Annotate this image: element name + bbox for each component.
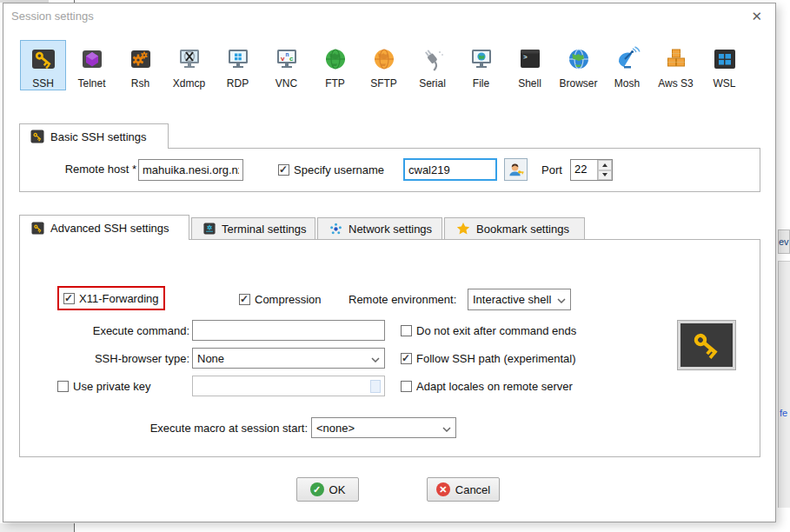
- tab-terminal-settings[interactable]: Terminal settings: [191, 217, 315, 240]
- tab-label: Bookmark settings: [476, 223, 569, 236]
- session-type-telnet[interactable]: Telnet: [69, 40, 115, 90]
- follow-ssh-path-checkbox[interactable]: Follow SSH path (experimental): [401, 352, 576, 365]
- x11-forwarding-checkbox[interactable]: [63, 293, 75, 304]
- ok-button[interactable]: ✓ OK: [296, 477, 359, 502]
- session-type-label: Mosh: [614, 77, 640, 90]
- svg-text:v: v: [281, 55, 285, 63]
- session-type-rdp[interactable]: RDP: [215, 40, 261, 90]
- do-not-exit-checkbox[interactable]: Do not exit after command ends: [401, 324, 576, 337]
- session-type-label: Browser: [559, 77, 597, 90]
- port-up-button[interactable]: [598, 160, 612, 170]
- network-settings-icon: [329, 223, 342, 236]
- port-value[interactable]: 22: [571, 160, 597, 180]
- compression-label: Compression: [255, 293, 322, 306]
- rdp-icon: [224, 45, 252, 73]
- background-window-fragment-bottomleft: [0, 523, 74, 532]
- username-input[interactable]: [403, 158, 497, 181]
- cancel-button[interactable]: ✕ Cancel: [427, 477, 500, 502]
- select-credential-button[interactable]: [504, 158, 528, 181]
- background-window-fragment-right-panel: fe: [778, 261, 790, 508]
- ok-check-icon: ✓: [310, 482, 324, 496]
- ssh-key-icon: [30, 45, 57, 73]
- cancel-x-icon: ✕: [436, 482, 450, 496]
- file-browse-icon[interactable]: [370, 380, 381, 393]
- browser-globe-icon: [565, 45, 593, 73]
- remote-environment-select[interactable]: Interactive shell: [468, 289, 571, 310]
- ftp-globe-icon: [322, 45, 349, 73]
- tab-network-settings[interactable]: Network settings: [317, 217, 442, 240]
- tab-label: Advanced SSH settings: [50, 222, 169, 235]
- terminal-settings-icon: [203, 223, 216, 235]
- advanced-ssh-settings-panel: X11-Forwarding Compression Remote enviro…: [19, 239, 760, 457]
- checkbox-box[interactable]: [401, 325, 412, 336]
- serial-plug-icon: [419, 45, 447, 73]
- chevron-down-icon: [442, 422, 451, 435]
- session-type-file[interactable]: File: [458, 40, 504, 90]
- checkbox-box[interactable]: [278, 164, 289, 176]
- session-type-sftp[interactable]: SFTP: [361, 40, 407, 90]
- port-spinner[interactable]: 22: [570, 159, 613, 181]
- session-type-browser[interactable]: Browser: [555, 40, 601, 90]
- session-type-ftp[interactable]: FTP: [312, 40, 358, 90]
- basic-ssh-settings-tab: Basic SSH settings: [19, 123, 169, 149]
- session-type-toolbar: SSH Telnet: [20, 40, 747, 90]
- session-type-shell[interactable]: > Shell: [507, 40, 553, 90]
- specify-username-checkbox[interactable]: Specify username: [278, 163, 384, 176]
- session-type-mosh[interactable]: Mosh: [604, 40, 650, 90]
- session-type-serial[interactable]: Serial: [409, 40, 455, 90]
- svg-text:>: >: [523, 53, 528, 61]
- tab-bookmark-settings[interactable]: Bookmark settings: [444, 217, 585, 240]
- file-icon: [468, 45, 495, 73]
- port-down-button[interactable]: [598, 170, 612, 181]
- session-type-label: Shell: [518, 77, 541, 90]
- chevron-down-icon: [371, 352, 380, 365]
- ok-label: OK: [329, 483, 346, 496]
- compression-checkbox[interactable]: Compression: [239, 293, 322, 306]
- adapt-locales-checkbox[interactable]: Adapt locales on remote server: [401, 380, 573, 393]
- telnet-icon: [78, 45, 106, 73]
- tab-advanced-ssh-settings[interactable]: Advanced SSH settings: [19, 215, 189, 240]
- port-label: Port: [541, 163, 562, 176]
- key-icon: [31, 222, 44, 235]
- bookmark-star-icon: [456, 222, 470, 236]
- rsh-icon: [127, 45, 155, 73]
- session-type-label: Serial: [419, 77, 446, 90]
- specify-username-label: Specify username: [294, 163, 384, 176]
- session-type-label: VNC: [276, 77, 297, 90]
- session-type-rsh[interactable]: Rsh: [117, 40, 163, 90]
- session-type-label: Rsh: [131, 77, 149, 90]
- basic-tab-label: Basic SSH settings: [50, 130, 147, 143]
- session-type-label: SSH: [32, 77, 54, 90]
- execute-command-input[interactable]: [192, 320, 385, 341]
- x11-forwarding-label: X11-Forwarding: [79, 292, 159, 305]
- cancel-label: Cancel: [455, 483, 490, 496]
- session-type-label: Xdmcp: [173, 77, 205, 90]
- close-icon[interactable]: ✕: [751, 9, 762, 24]
- execute-macro-select[interactable]: <none>: [311, 417, 456, 438]
- checkbox-box[interactable]: [401, 353, 412, 364]
- session-type-vnc[interactable]: v c n VNC: [263, 40, 309, 90]
- key-icon: [30, 130, 44, 143]
- sftp-globe-icon: [370, 45, 398, 73]
- checkbox-box[interactable]: [57, 381, 69, 392]
- remote-host-label: Remote host *: [50, 163, 136, 176]
- use-private-key-label: Use private key: [73, 380, 151, 393]
- session-settings-dialog: Session settings ✕ SSH Telnet: [3, 3, 776, 522]
- remote-host-input[interactable]: [138, 159, 243, 181]
- execute-macro-label: Execute macro at session start:: [134, 422, 308, 435]
- session-type-wsl[interactable]: WSL: [701, 40, 747, 90]
- session-type-label: File: [473, 77, 489, 90]
- session-type-ssh[interactable]: SSH: [20, 40, 66, 90]
- use-private-key-checkbox[interactable]: Use private key: [57, 380, 151, 393]
- basic-ssh-settings-group: Remote host * Specify username Port 22: [19, 148, 760, 192]
- session-type-aws-s3[interactable]: Aws S3: [653, 40, 699, 90]
- session-type-xdmcp[interactable]: Xdmcp: [166, 40, 212, 90]
- checkbox-box[interactable]: [401, 381, 412, 392]
- session-type-label: RDP: [227, 77, 249, 90]
- ssh-browser-type-select[interactable]: None: [192, 348, 385, 369]
- remote-environment-value: Interactive shell: [473, 293, 551, 306]
- user-key-icon: [508, 162, 524, 178]
- private-key-path-input[interactable]: [192, 376, 385, 396]
- do-not-exit-label: Do not exit after command ends: [416, 324, 576, 337]
- checkbox-box[interactable]: [239, 294, 250, 305]
